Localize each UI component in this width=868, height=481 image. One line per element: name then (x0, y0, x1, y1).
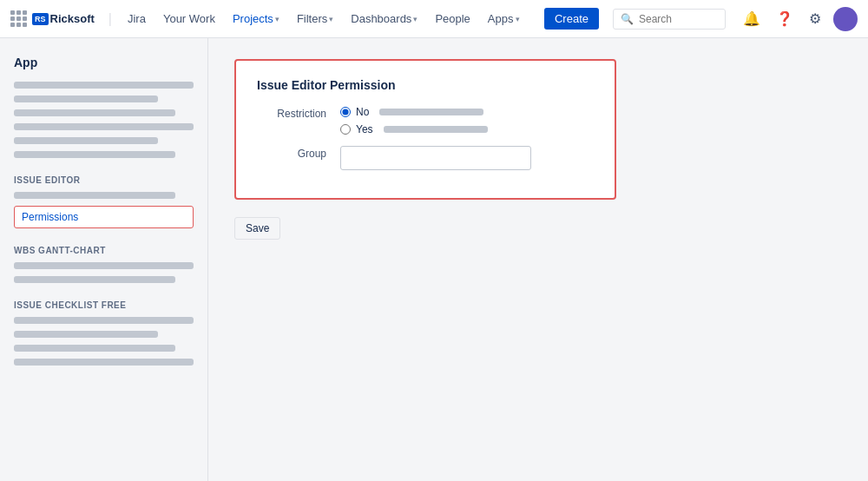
sidebar-skeleton (14, 151, 175, 158)
radio-no-skeleton (379, 109, 483, 115)
projects-chevron-icon: ▾ (275, 15, 279, 23)
permission-box: Issue Editor Permission Restriction No Y… (234, 59, 616, 200)
page-layout: App ISSUE EDITOR Permissions WBS GANTT-C… (0, 38, 868, 481)
sidebar-section-issue-editor: ISSUE EDITOR (14, 175, 194, 185)
radio-yes-label: Yes (356, 123, 373, 135)
sidebar-skeleton (14, 345, 175, 352)
sidebar-skeleton (14, 82, 194, 89)
sidebar-skeleton (14, 331, 158, 338)
sidebar-section-wbs: WBS GANTT-CHART (14, 246, 194, 255)
sidebar-section-checklist: ISSUE CHECKLIST FREE (14, 300, 194, 310)
sidebar-skeleton (14, 192, 175, 199)
nav-divider: | (108, 11, 112, 27)
sidebar-app-title: App (14, 56, 194, 69)
sidebar-skeleton (14, 123, 194, 130)
save-button[interactable]: Save (234, 217, 280, 240)
nav-projects[interactable]: Projects ▾ (227, 9, 285, 29)
radio-no-label: No (356, 106, 369, 118)
topnav-icons: 🔔 ❓ ⚙ (740, 7, 858, 31)
nav-apps[interactable]: Apps ▾ (483, 9, 525, 29)
user-avatar[interactable] (833, 7, 858, 31)
nav-dashboards[interactable]: Dashboards ▾ (345, 9, 423, 29)
help-icon[interactable]: ❓ (773, 7, 797, 30)
radio-no-row: No (340, 106, 488, 118)
search-input[interactable] (639, 13, 717, 25)
logo-text: Ricksoft (50, 12, 95, 25)
create-button[interactable]: Create (544, 8, 599, 30)
main-content: Issue Editor Permission Restriction No Y… (208, 38, 868, 481)
top-navigation: RS Ricksoft | Jira Your Work Projects ▾ … (0, 0, 868, 38)
restriction-radio-group: No Yes (340, 106, 488, 135)
group-input[interactable] (340, 146, 531, 170)
restriction-label: Restriction (257, 106, 326, 120)
sidebar: App ISSUE EDITOR Permissions WBS GANTT-C… (0, 38, 208, 481)
app-grid-icon (10, 10, 27, 27)
radio-no[interactable] (340, 107, 351, 117)
radio-yes[interactable] (340, 124, 351, 135)
nav-jira[interactable]: Jira (122, 9, 151, 29)
permission-title: Issue Editor Permission (257, 78, 594, 92)
settings-icon[interactable]: ⚙ (806, 7, 825, 30)
group-row: Group (257, 146, 594, 170)
sidebar-skeleton (14, 137, 158, 144)
group-label: Group (257, 146, 326, 160)
radio-yes-skeleton (384, 126, 488, 133)
sidebar-item-permissions[interactable]: Permissions (14, 206, 194, 228)
nav-filters[interactable]: Filters ▾ (292, 9, 339, 29)
nav-people[interactable]: People (430, 9, 475, 29)
notification-icon[interactable]: 🔔 (740, 7, 764, 30)
search-icon: 🔍 (621, 13, 634, 25)
restriction-row: Restriction No Yes (257, 106, 594, 135)
sidebar-skeleton (14, 276, 175, 283)
logo-rs-badge: RS (32, 13, 49, 25)
dashboards-chevron-icon: ▾ (413, 15, 418, 23)
radio-yes-row: Yes (340, 123, 488, 135)
sidebar-skeleton (14, 359, 194, 366)
brand: RS Ricksoft (32, 12, 95, 25)
sidebar-skeleton (14, 96, 158, 102)
search-box[interactable]: 🔍 (613, 9, 726, 30)
sidebar-skeleton (14, 109, 175, 116)
sidebar-skeleton (14, 317, 194, 324)
nav-your-work[interactable]: Your Work (158, 9, 220, 29)
sidebar-skeleton (14, 262, 194, 269)
logo[interactable]: RS Ricksoft (10, 10, 95, 27)
filters-chevron-icon: ▾ (329, 15, 333, 23)
apps-chevron-icon: ▾ (516, 15, 520, 23)
